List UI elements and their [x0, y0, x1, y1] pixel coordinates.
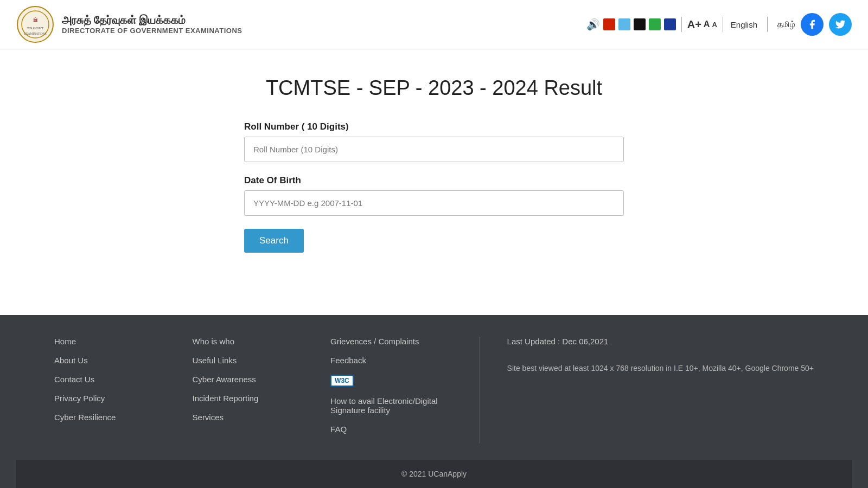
footer-col-4: Last Updated : Dec 06,2021 Site best vie… — [491, 337, 814, 444]
title-tamil: அரசுத் தேர்வுகள் இயக்ககம் — [62, 14, 242, 27]
w3c-badge[interactable]: W3C — [330, 375, 354, 387]
svg-text:TN GOVT: TN GOVT — [27, 26, 44, 30]
last-updated: Last Updated : Dec 06,2021 — [507, 337, 814, 346]
font-small-btn[interactable]: A — [712, 21, 717, 29]
footer-link-who[interactable]: Who is who — [193, 337, 320, 346]
footer-link-grievances[interactable]: Grievences / Complaints — [330, 337, 458, 346]
color-green-btn[interactable] — [649, 18, 661, 30]
font-large-btn[interactable]: A+ — [687, 18, 701, 31]
roll-label: Roll Number ( 10 Digits) — [244, 121, 624, 132]
footer-link-faq[interactable]: FAQ — [330, 425, 458, 434]
svg-text:🏛: 🏛 — [33, 17, 38, 23]
color-red-btn[interactable] — [603, 18, 615, 30]
title-english: DIRECTORATE OF GOVERNMENT EXAMINATIONS — [62, 27, 242, 35]
footer-inner: Home About Us Contact Us Privacy Policy … — [54, 337, 814, 444]
logo-area: 🏛 TN GOVT EXAMINATIONS அரசுத் தேர்வுகள் … — [16, 5, 242, 43]
dob-input[interactable] — [244, 190, 624, 216]
emblem-logo: 🏛 TN GOVT EXAMINATIONS — [16, 5, 54, 43]
footer-divider — [480, 337, 480, 444]
footer-copyright: © 2021 UCanApply — [16, 460, 852, 488]
footer-col-2: Who is who Useful Links Cyber Awareness … — [193, 337, 331, 444]
site-header: 🏛 TN GOVT EXAMINATIONS அரசுத் தேர்வுகள் … — [0, 0, 868, 49]
footer-col-1: Home About Us Contact Us Privacy Policy … — [54, 337, 193, 444]
footer-link-digital-signature[interactable]: How to avail Electronic/Digital Signatur… — [330, 396, 458, 415]
browser-info: Site best viewed at least 1024 x 768 res… — [507, 362, 814, 374]
result-form: Roll Number ( 10 Digits) Date Of Birth S… — [244, 121, 624, 253]
accessibility-controls: 🔊 A+ A A — [586, 17, 725, 32]
lang-tamil-btn[interactable]: தமிழ் — [777, 20, 795, 29]
separator-2 — [723, 17, 723, 32]
svg-point-0 — [17, 7, 53, 42]
footer-link-useful[interactable]: Useful Links — [193, 356, 320, 365]
site-footer: Home About Us Contact Us Privacy Policy … — [0, 315, 868, 488]
footer-link-feedback[interactable]: Feedback — [330, 356, 458, 365]
font-medium-btn[interactable]: A — [704, 20, 710, 29]
sound-icon[interactable]: 🔊 — [586, 18, 600, 31]
separator-1 — [681, 17, 682, 32]
twitter-btn[interactable] — [829, 13, 852, 36]
lang-english-btn[interactable]: English — [731, 20, 757, 29]
facebook-btn[interactable] — [801, 13, 824, 36]
color-navy-btn[interactable] — [664, 18, 676, 30]
footer-link-cyber-resilience[interactable]: Cyber Resilience — [54, 413, 182, 422]
roll-number-input[interactable] — [244, 137, 624, 162]
footer-link-home[interactable]: Home — [54, 337, 182, 346]
dob-label: Date Of Birth — [244, 175, 624, 186]
font-size-controls: A+ A A — [687, 18, 717, 31]
facebook-icon — [807, 19, 818, 30]
site-title: அரசுத் தேர்வுகள் இயக்ககம் DIRECTORATE OF… — [62, 14, 242, 35]
footer-link-incident[interactable]: Incident Reporting — [193, 394, 320, 403]
footer-link-privacy[interactable]: Privacy Policy — [54, 394, 182, 403]
footer-col-3: Grievences / Complaints Feedback W3C How… — [330, 337, 469, 444]
copyright-text: © 2021 UCanApply — [401, 470, 467, 478]
footer-link-cyber-awareness[interactable]: Cyber Awareness — [193, 375, 320, 384]
lang-separator — [767, 17, 768, 32]
search-button[interactable]: Search — [244, 229, 304, 253]
color-black-btn[interactable] — [634, 18, 646, 30]
svg-text:EXAMINATIONS: EXAMINATIONS — [24, 32, 47, 35]
footer-link-services[interactable]: Services — [193, 413, 320, 422]
header-controls: 🔊 A+ A A English தமிழ் — [586, 13, 852, 36]
page-title: TCMTSE - SEP - 2023 - 2024 Result — [266, 76, 602, 100]
color-blue-btn[interactable] — [618, 18, 630, 30]
footer-link-about[interactable]: About Us — [54, 356, 182, 365]
footer-link-contact[interactable]: Contact Us — [54, 375, 182, 384]
twitter-icon — [835, 19, 846, 30]
main-content: TCMTSE - SEP - 2023 - 2024 Result Roll N… — [0, 49, 868, 315]
